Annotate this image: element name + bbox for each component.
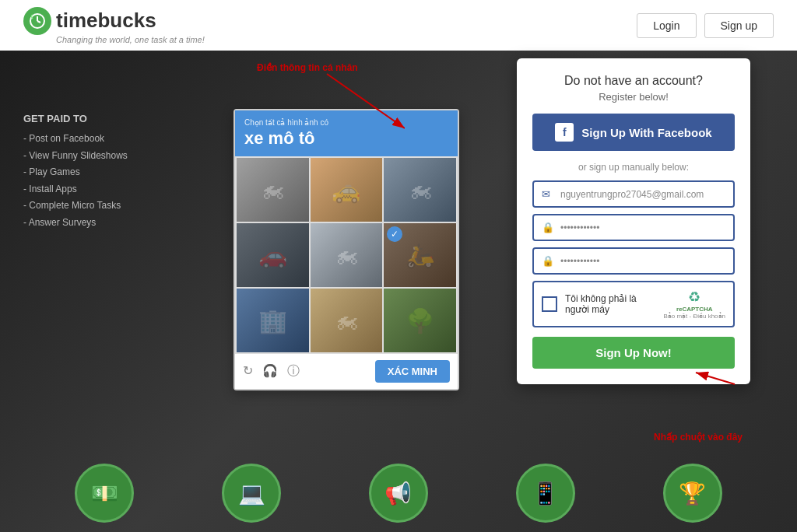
password-input[interactable] <box>560 222 725 233</box>
confirm-input[interactable] <box>560 256 725 267</box>
logo-tagline: Changing the world, one task at a time! <box>56 35 205 44</box>
audio-icon[interactable]: 🎧 <box>262 363 278 380</box>
bottom-icons-row: 💵 💻 📢 📱 🏆 <box>0 454 797 532</box>
signup-button[interactable]: Sign up <box>704 13 774 38</box>
annotation-personal-info: Điền thông tin cá nhân <box>257 62 358 73</box>
bottom-icon-rewards: 🏆 <box>663 464 722 523</box>
sidebar-title: GET PAID TO <box>23 113 179 124</box>
registration-panel: Do not have an account? Register below! … <box>517 58 750 384</box>
email-icon: ✉ <box>542 188 554 200</box>
annotation-click-here: Nhấp chuột vào đây <box>654 432 743 443</box>
facebook-icon: f <box>555 123 574 142</box>
captcha-widget: Chọn tất cả hình ảnh có xe mô tô 🏍 🚕 🏍 🚗… <box>233 109 459 390</box>
captcha-cell-6[interactable]: 🛵 <box>384 223 456 287</box>
captcha-footer: ↻ 🎧 ⓘ XÁC MINH <box>235 354 458 389</box>
recaptcha-text: reCAPTCHA <box>663 306 725 313</box>
svg-line-2 <box>37 21 40 23</box>
reg-subtitle: Register below! <box>532 91 735 103</box>
header-buttons: Login Sign up <box>637 13 774 38</box>
header: timebucks Changing the world, one task a… <box>0 0 797 51</box>
login-button[interactable]: Login <box>637 13 696 38</box>
captcha-grid: 🏍 🚕 🏍 🚗 🏍 🛵 🏢 🏍 🌳 <box>235 156 458 354</box>
captcha-icons: ↻ 🎧 ⓘ <box>243 363 300 380</box>
captcha-verify-button[interactable]: XÁC MINH <box>375 360 450 383</box>
promote-icon: 📢 <box>384 481 412 506</box>
password-icon: 🔒 <box>542 222 554 233</box>
captcha-cell-8[interactable]: 🏍 <box>311 289 383 352</box>
captcha-cell-5[interactable]: 🏍 <box>311 223 383 287</box>
captcha-cell-2[interactable]: 🚕 <box>311 158 383 222</box>
divider-text: or sign up manually below: <box>532 162 735 173</box>
bottom-icon-money: 💵 <box>75 464 134 523</box>
captcha-header: Chọn tất cả hình ảnh có xe mô tô <box>235 110 458 156</box>
logo-text: timebucks <box>56 9 156 33</box>
captcha-instruction: Chọn tất cả hình ảnh có <box>244 118 448 127</box>
logo-area: timebucks Changing the world, one task a… <box>23 7 205 44</box>
captcha-cell-7[interactable]: 🏢 <box>237 289 309 352</box>
recaptcha-logo-icon: ♻ <box>663 289 725 306</box>
confirm-icon: 🔒 <box>542 255 554 267</box>
mobile-icon: 📱 <box>532 481 559 506</box>
recaptcha-logo-area: ♻ reCAPTCHA Bảo mật - Điều khoản <box>663 289 725 320</box>
refresh-icon[interactable]: ↻ <box>243 363 253 380</box>
captcha-cell-9[interactable]: 🌳 <box>384 289 456 352</box>
captcha-subject: xe mô tô <box>244 128 448 149</box>
recaptcha-row: Tôi không phải là người máy ♻ reCAPTCHA … <box>532 281 735 327</box>
bottom-icon-promote: 📢 <box>369 464 428 523</box>
tasks-icon: 💻 <box>238 481 265 506</box>
confirm-field-container: 🔒 <box>532 247 735 275</box>
email-field-container: ✉ <box>532 180 735 208</box>
facebook-signup-button[interactable]: f Sign Up With Facebook <box>532 114 735 151</box>
recaptcha-sub: Bảo mật - Điều khoản <box>663 313 725 320</box>
bottom-icon-tasks: 💻 <box>222 464 281 523</box>
sidebar-item: - Post on Facebook - View Funny Slidesho… <box>23 131 179 232</box>
sidebar: GET PAID TO - Post on Facebook - View Fu… <box>23 66 179 439</box>
bottom-icon-mobile: 📱 <box>516 464 575 523</box>
signup-now-button[interactable]: Sign Up Now! <box>532 337 735 369</box>
recaptcha-checkbox[interactable] <box>542 296 557 312</box>
captcha-cell-4[interactable]: 🚗 <box>237 223 309 287</box>
email-input[interactable] <box>560 189 725 200</box>
captcha-cell-3[interactable]: 🏍 <box>384 158 456 222</box>
money-icon: 💵 <box>91 481 118 506</box>
logo-icon <box>23 7 51 35</box>
rewards-icon: 🏆 <box>679 481 706 506</box>
password-field-container: 🔒 <box>532 214 735 241</box>
info-icon[interactable]: ⓘ <box>287 363 300 380</box>
recaptcha-label: Tôi không phải là người máy <box>565 293 655 315</box>
reg-title: Do not have an account? <box>532 74 735 88</box>
captcha-cell-1[interactable]: 🏍 <box>237 158 309 222</box>
logo-main: timebucks <box>23 7 156 35</box>
